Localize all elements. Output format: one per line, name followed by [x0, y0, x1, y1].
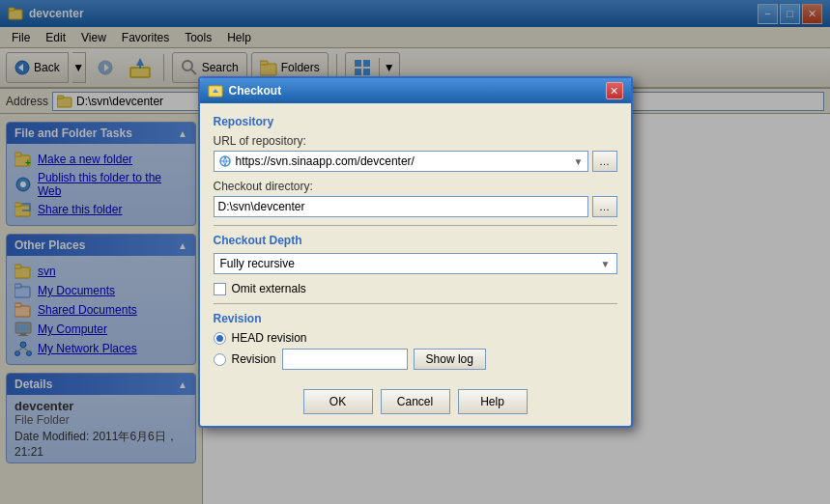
checkout-dir-label: Checkout directory: [214, 180, 617, 193]
checkout-dialog: Checkout ✕ Repository URL of repository:… [198, 76, 633, 428]
omit-externals-label: Omit externals [232, 282, 306, 295]
cancel-button[interactable]: Cancel [381, 389, 450, 414]
divider2 [214, 303, 617, 304]
dir-browse-button[interactable]: … [592, 196, 617, 217]
repository-section-label: Repository [214, 115, 617, 128]
dialog-titlebar: Checkout ✕ [200, 78, 631, 103]
divider1 [214, 225, 617, 226]
checkout-depth-label: Checkout Depth [214, 234, 617, 247]
head-revision-row: HEAD revision [214, 331, 617, 345]
omit-externals-checkbox[interactable] [214, 283, 226, 295]
dialog-title: Checkout [208, 83, 282, 98]
checkout-icon [208, 83, 223, 98]
show-log-button[interactable]: Show log [414, 349, 486, 370]
depth-select[interactable]: Fully recursive ▼ [214, 253, 617, 274]
revision-section: HEAD revision Revision Show log [214, 331, 617, 370]
head-revision-label: HEAD revision [232, 331, 307, 345]
head-revision-radio[interactable] [214, 332, 226, 345]
dialog-close-button[interactable]: ✕ [606, 82, 623, 99]
checkout-dir-input[interactable] [214, 196, 588, 217]
url-browse-button[interactable]: … [592, 151, 617, 172]
revision-input[interactable] [282, 349, 408, 370]
checkout-dir-input-row: … [214, 196, 617, 217]
dialog-footer: OK Cancel Help [200, 381, 631, 426]
depth-section: Fully recursive ▼ [214, 253, 617, 274]
revision-label: Revision [232, 352, 276, 366]
url-input[interactable]: https://svn.sinaapp.com/devcenter/ ▼ [214, 151, 588, 172]
omit-externals-row: Omit externals [214, 282, 617, 295]
revision-radio[interactable] [214, 353, 226, 366]
revision-input-row: Revision Show log [214, 349, 617, 370]
url-label: URL of repository: [214, 134, 617, 148]
modal-overlay: Checkout ✕ Repository URL of repository:… [0, 0, 830, 504]
url-icon [218, 155, 232, 168]
help-button[interactable]: Help [458, 389, 528, 414]
ok-button[interactable]: OK [303, 389, 373, 414]
url-input-row: https://svn.sinaapp.com/devcenter/ ▼ … [214, 151, 617, 172]
dialog-body: Repository URL of repository: https://sv… [200, 103, 631, 381]
revision-section-label: Revision [214, 312, 617, 325]
